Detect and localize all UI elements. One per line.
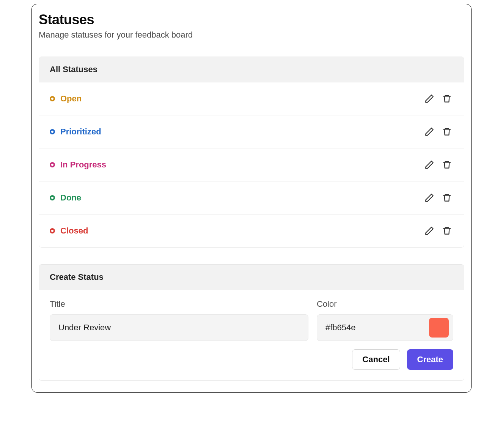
status-color-icon — [50, 96, 55, 101]
status-row: Prioritized — [39, 115, 464, 148]
cancel-button[interactable]: Cancel — [352, 349, 400, 370]
row-actions — [423, 224, 453, 237]
trash-icon — [442, 193, 452, 203]
title-field: Title — [50, 299, 308, 341]
form-row: Title Color — [50, 299, 453, 341]
status-label: Closed — [60, 226, 423, 236]
row-actions — [423, 158, 453, 171]
trash-icon — [442, 127, 452, 137]
delete-button[interactable] — [440, 191, 453, 204]
color-swatch[interactable] — [429, 318, 449, 338]
trash-icon — [442, 226, 452, 236]
edit-button[interactable] — [423, 125, 436, 138]
title-label: Title — [50, 299, 308, 309]
button-row: Cancel Create — [50, 349, 453, 370]
all-statuses-heading: All Statuses — [39, 57, 464, 82]
pencil-icon — [424, 226, 434, 236]
page-subtitle: Manage statuses for your feedback board — [39, 30, 464, 40]
edit-button[interactable] — [423, 158, 436, 171]
delete-button[interactable] — [440, 158, 453, 171]
pencil-icon — [424, 94, 434, 104]
trash-icon — [442, 94, 452, 104]
status-color-icon — [50, 195, 55, 200]
row-actions — [423, 125, 453, 138]
status-row: In Progress — [39, 148, 464, 181]
create-button[interactable]: Create — [407, 349, 453, 370]
delete-button[interactable] — [440, 125, 453, 138]
status-color-icon — [50, 129, 55, 134]
create-status-body: Title Color Cancel Create — [39, 290, 464, 380]
status-label: Prioritized — [60, 127, 423, 137]
row-actions — [423, 191, 453, 204]
pencil-icon — [424, 160, 434, 170]
status-label: In Progress — [60, 160, 423, 170]
status-color-icon — [50, 162, 55, 167]
statuses-modal: Statuses Manage statuses for your feedba… — [31, 4, 472, 393]
edit-button[interactable] — [423, 92, 436, 105]
create-status-panel: Create Status Title Color C — [39, 264, 464, 381]
color-label: Color — [317, 299, 453, 309]
color-field: Color — [317, 299, 453, 341]
pencil-icon — [424, 127, 434, 137]
trash-icon — [442, 160, 452, 170]
all-statuses-panel: All Statuses Open Prioritized — [39, 57, 464, 248]
page-title: Statuses — [39, 12, 464, 28]
status-label: Done — [60, 193, 423, 203]
create-status-heading: Create Status — [39, 265, 464, 290]
title-input[interactable] — [50, 314, 308, 341]
status-label: Open — [60, 94, 423, 104]
status-row: Closed — [39, 215, 464, 247]
status-color-icon — [50, 228, 55, 233]
status-row: Done — [39, 181, 464, 215]
edit-button[interactable] — [423, 191, 436, 204]
delete-button[interactable] — [440, 224, 453, 237]
delete-button[interactable] — [440, 92, 453, 105]
status-row: Open — [39, 82, 464, 115]
edit-button[interactable] — [423, 224, 436, 237]
row-actions — [423, 92, 453, 105]
pencil-icon — [424, 193, 434, 203]
